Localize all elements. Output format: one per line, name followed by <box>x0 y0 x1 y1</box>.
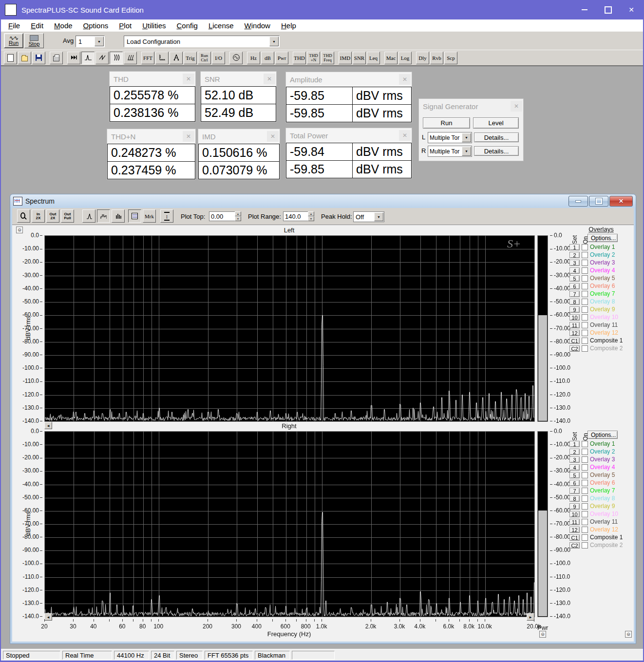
overlay-on-checkbox-6[interactable] <box>582 283 588 289</box>
spectrum-minimize-button[interactable] <box>568 196 588 207</box>
overlay-set-button-5[interactable]: 5 <box>569 472 580 478</box>
overlay-on-checkbox-3[interactable] <box>582 260 588 266</box>
overlay-set-button-5[interactable]: 5 <box>569 275 580 282</box>
overlay-set-button-8[interactable]: 8 <box>569 495 580 502</box>
step-plot-button[interactable] <box>97 209 110 223</box>
minimize-button[interactable] <box>573 0 596 19</box>
overlay-set-button-12[interactable]: 12 <box>569 527 580 533</box>
overlay-on-checkbox-1[interactable] <box>582 441 588 447</box>
vertical-range-button[interactable]: ↕ <box>160 209 173 223</box>
io-button[interactable]: I/O <box>212 52 225 64</box>
overlay-set-button-2[interactable]: 2 <box>569 252 580 258</box>
trigger-button[interactable]: Trig <box>184 52 197 64</box>
overlay-on-checkbox-5[interactable] <box>582 275 588 282</box>
overlay-set-button-10[interactable]: 10 <box>569 511 580 517</box>
zoom-in-2x-button[interactable]: In 2X <box>32 209 45 223</box>
avg-dropdown[interactable]: 1 ▼ <box>76 36 105 47</box>
overlay-on-checkbox-5[interactable] <box>582 472 588 478</box>
stop-button[interactable]: Stop <box>24 33 44 48</box>
overlay-on-checkbox-12[interactable] <box>582 330 588 336</box>
overlay-set-button-8[interactable]: 8 <box>569 299 580 305</box>
peak-plot-button[interactable] <box>82 209 95 223</box>
menu-file[interactable]: File <box>3 20 25 31</box>
print-button[interactable] <box>50 52 63 64</box>
overlay-set-button-2[interactable]: 2 <box>569 449 580 455</box>
menu-options[interactable]: Options <box>78 20 114 31</box>
left-spectrum-plot[interactable] <box>44 235 535 422</box>
chevron-down-icon[interactable]: ▼ <box>95 37 104 46</box>
right-waveform-dropdown[interactable]: Multiple Tor ▼ <box>428 146 472 157</box>
signal-generator-button[interactable] <box>229 52 243 64</box>
overlay-on-checkbox-6[interactable] <box>582 480 588 486</box>
spinner-down-icon[interactable]: ▼ <box>235 216 241 221</box>
close-icon[interactable]: ✕ <box>399 130 411 141</box>
overlay-set-button-9[interactable]: 9 <box>569 503 580 510</box>
overlay-set-button-6[interactable]: 6 <box>569 480 580 486</box>
overlay-options-button[interactable]: Options... <box>587 431 618 439</box>
overlay-set-button-c2[interactable]: C2 <box>569 542 580 549</box>
overlay-on-checkbox-7[interactable] <box>582 291 588 297</box>
plot-top-input[interactable] <box>209 211 236 221</box>
scale-settings-button[interactable] <box>155 52 169 64</box>
overlay-on-checkbox-c2[interactable] <box>582 345 588 352</box>
thd-n-button[interactable]: THD +N <box>307 52 320 64</box>
marker-button[interactable]: Mrk <box>143 209 156 223</box>
peak-hold-dropdown[interactable]: Off ▼ <box>353 211 384 222</box>
spectrogram-view-button[interactable] <box>110 52 123 64</box>
zoom-button[interactable] <box>17 209 30 223</box>
overlay-on-checkbox-10[interactable] <box>582 314 588 321</box>
calipers-button[interactable] <box>170 52 183 64</box>
mac-button[interactable]: Mac <box>384 52 398 64</box>
overlay-on-checkbox-4[interactable] <box>582 267 588 274</box>
overlay-on-checkbox-7[interactable] <box>582 488 588 494</box>
overlay-on-checkbox-8[interactable] <box>582 299 588 305</box>
overlay-set-button-11[interactable]: 11 <box>569 322 580 328</box>
run-control-button[interactable]: Run Ctrl <box>198 52 211 64</box>
overlay-options-button[interactable]: Options... <box>587 234 618 242</box>
overlay-set-button-3[interactable]: 3 <box>569 260 580 266</box>
overlay-set-button-7[interactable]: 7 <box>569 488 580 494</box>
menu-license[interactable]: License <box>203 20 239 31</box>
overlay-on-checkbox-11[interactable] <box>582 519 588 525</box>
pwr-button[interactable]: Pwr <box>275 52 288 64</box>
collapse-splitter-icon[interactable]: ⊝ <box>16 227 23 233</box>
overlay-on-checkbox-3[interactable] <box>582 456 588 463</box>
menu-help[interactable]: Help <box>276 20 302 31</box>
thd-freq-button[interactable]: THD Freq <box>321 52 334 64</box>
zoom-out-2x-button[interactable]: Out 2X <box>46 209 59 223</box>
menu-utilities[interactable]: Utilities <box>137 20 171 31</box>
overlay-on-checkbox-8[interactable] <box>582 495 588 502</box>
overlay-on-checkbox-9[interactable] <box>582 306 588 313</box>
collapse-splitter-icon[interactable]: ⊝ <box>625 631 632 638</box>
close-icon[interactable]: ✕ <box>183 131 194 142</box>
overlay-on-checkbox-9[interactable] <box>582 503 588 510</box>
menu-plot[interactable]: Plot <box>114 20 137 31</box>
generator-level-button[interactable]: Level <box>473 117 519 129</box>
spinner-up-icon[interactable]: ▲ <box>235 211 241 216</box>
hz-button[interactable]: Hz <box>247 52 260 64</box>
new-file-button[interactable] <box>4 52 17 64</box>
close-icon[interactable]: ✕ <box>264 74 275 84</box>
overlay-set-button-7[interactable]: 7 <box>569 291 580 297</box>
plot-top-spinner[interactable]: ▲▼ <box>235 211 241 221</box>
close-icon[interactable]: ✕ <box>267 131 279 142</box>
overlay-set-button-c1[interactable]: C1 <box>569 534 580 541</box>
chevron-down-icon[interactable]: ▼ <box>374 212 383 221</box>
collapse-splitter-icon[interactable]: ⊝ <box>539 631 546 638</box>
bar-plot-button[interactable] <box>112 209 125 223</box>
waveform-view-button[interactable] <box>95 52 109 64</box>
open-file-button[interactable] <box>18 52 31 64</box>
overlay-set-button-4[interactable]: 4 <box>569 464 580 471</box>
overlay-set-button-1[interactable]: 1 <box>569 441 580 447</box>
overlay-on-checkbox-c1[interactable] <box>582 534 588 541</box>
menu-config[interactable]: Config <box>171 20 203 31</box>
overlay-on-checkbox-4[interactable] <box>582 464 588 471</box>
run-button[interactable]: ∿∿ Run <box>4 33 23 48</box>
spectrum-close-button[interactable]: ✕ <box>609 196 633 207</box>
snr-button[interactable]: SNR <box>353 52 366 64</box>
spectrum-view-button[interactable] <box>81 52 95 64</box>
menu-mode[interactable]: Mode <box>49 20 78 31</box>
spectrum-maximize-button[interactable] <box>589 196 608 207</box>
display-options-button[interactable] <box>128 209 141 223</box>
overlay-on-checkbox-c2[interactable] <box>582 542 588 549</box>
